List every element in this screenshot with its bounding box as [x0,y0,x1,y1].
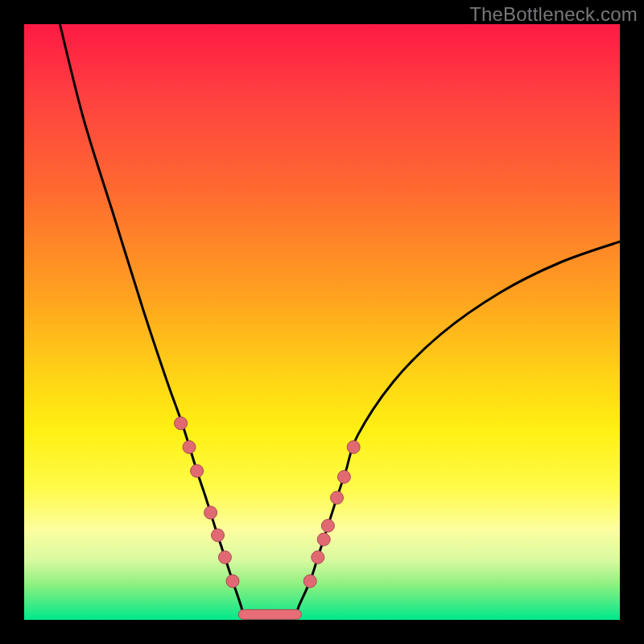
curve-marker [204,506,217,519]
watermark-text: TheBottleneck.com [469,3,638,26]
chart-svg [24,24,620,620]
curve-marker [321,519,334,532]
curve-marker [303,575,316,588]
curve-marker [212,529,225,542]
curve-marker [218,551,231,564]
curve-marker [226,575,239,588]
curve-marker [191,464,204,477]
curve-marker [317,533,330,546]
flat-bottom-bar [238,609,301,619]
curve-marker [312,551,324,564]
curve-markers [175,417,361,588]
chart-frame [24,24,620,620]
curve-marker [347,440,360,453]
curve-marker [175,417,188,430]
curve-marker [183,440,196,453]
bottleneck-curve [60,24,620,615]
curve-marker [337,470,350,483]
curve-marker [331,491,344,504]
